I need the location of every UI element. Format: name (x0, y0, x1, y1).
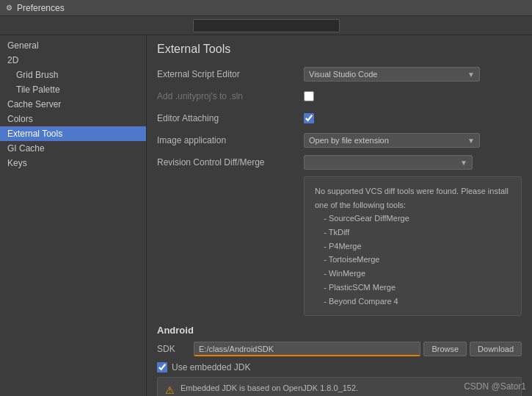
sidebar-item-cache-server[interactable]: Cache Server (0, 97, 146, 112)
add-sln-checkbox-wrap (304, 91, 522, 101)
sidebar-item-keys[interactable]: Keys (0, 156, 146, 170)
script-editor-label: External Script Editor (157, 69, 304, 79)
search-bar (0, 16, 532, 35)
sdk-label: SDK (157, 344, 194, 354)
editor-attaching-row: Editor Attaching (157, 110, 522, 126)
image-app-dropdown[interactable]: Open by file extension ▼ (304, 133, 480, 148)
use-embedded-jdk-checkbox[interactable] (157, 362, 167, 372)
script-editor-row: External Script Editor Visual Studio Cod… (157, 66, 522, 82)
script-editor-value: Visual Studio Code ▼ (304, 67, 522, 82)
editor-attaching-checkbox-wrap (304, 113, 522, 123)
title-bar-label: Preferences (17, 3, 65, 13)
title-bar: ⚙ Preferences (0, 0, 532, 16)
revision-row: Revision Control Diff/Merge ▼ (157, 154, 522, 170)
editor-attaching-label: Editor Attaching (157, 113, 304, 123)
image-app-row: Image application Open by file extension… (157, 132, 522, 148)
add-sln-label: Add .unityproj's to .sln (157, 91, 304, 101)
sdk-input[interactable] (194, 342, 420, 356)
sidebar-item-2d[interactable]: 2D (0, 53, 146, 68)
image-app-value: Open by file extension ▼ (304, 133, 522, 148)
sidebar-item-tile-palette[interactable]: Tile Palette (0, 82, 146, 97)
sdk-download-button[interactable]: Download (470, 342, 522, 356)
add-sln-row: Add .unityproj's to .sln (157, 88, 522, 104)
add-sln-checkbox[interactable] (304, 91, 314, 101)
image-app-label: Image application (157, 135, 304, 145)
sidebar-item-grid-brush[interactable]: Grid Brush (0, 68, 146, 82)
sidebar-item-gi-cache[interactable]: GI Cache (0, 141, 146, 156)
sdk-browse-button[interactable]: Browse (423, 342, 467, 356)
revision-value: ▼ (304, 155, 522, 170)
page-title: External Tools (157, 43, 522, 56)
image-app-dropdown-arrow-icon: ▼ (467, 137, 475, 145)
android-section-title: Android (157, 325, 522, 336)
revision-label: Revision Control Diff/Merge (157, 157, 304, 168)
main-layout: General 2D Grid Brush Tile Palette Cache… (0, 35, 532, 396)
script-editor-dropdown[interactable]: Visual Studio Code ▼ (304, 67, 480, 82)
sidebar: General 2D Grid Brush Tile Palette Cache… (0, 35, 147, 396)
preferences-icon: ⚙ (6, 4, 12, 12)
jdk-info-icon: ⚠ (165, 383, 175, 396)
use-embedded-jdk-row: Use embedded JDK (157, 362, 522, 372)
vcs-info-box: No supported VCS diff tools were found. … (304, 176, 522, 316)
sidebar-item-general[interactable]: General (0, 38, 146, 53)
revision-dropdown[interactable]: ▼ (304, 155, 473, 170)
sidebar-item-colors[interactable]: Colors (0, 112, 146, 126)
revision-dropdown-arrow-icon: ▼ (460, 159, 467, 167)
sidebar-item-external-tools[interactable]: External Tools (0, 126, 146, 141)
jdk-info-box: ⚠ Embedded JDK is based on OpenJDK 1.8.0… (157, 377, 522, 396)
search-input[interactable] (193, 19, 340, 32)
content-area: External Tools External Script Editor Vi… (147, 35, 532, 396)
sdk-row: SDK Browse Download (157, 342, 522, 356)
editor-attaching-checkbox[interactable] (304, 113, 314, 123)
dropdown-arrow-icon: ▼ (467, 71, 475, 79)
